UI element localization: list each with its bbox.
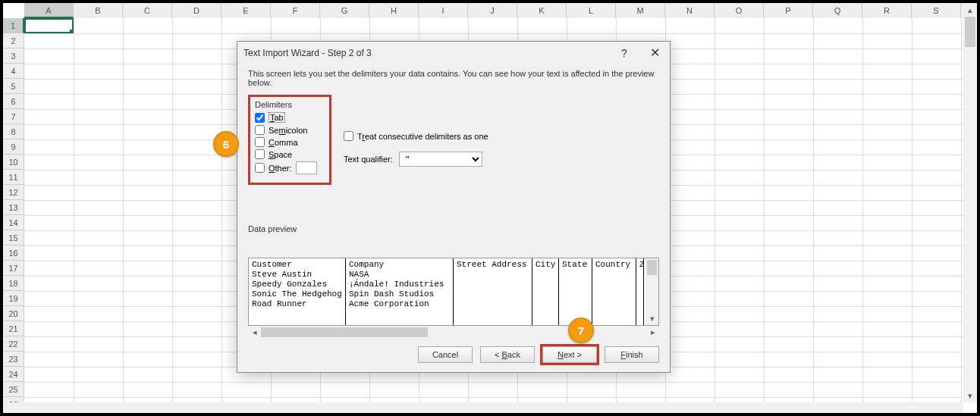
row-header[interactable]: 14 [3, 215, 24, 230]
scroll-thumb[interactable] [965, 17, 975, 47]
vertical-scrollbar[interactable]: ▴ ▾ [963, 3, 977, 402]
treat-consecutive-row[interactable]: Treat consecutive delimiters as one [344, 131, 488, 141]
col-header[interactable]: B [74, 3, 123, 18]
row-header[interactable]: 15 [3, 230, 24, 246]
space-checkbox[interactable] [255, 149, 265, 159]
other-input[interactable] [296, 161, 317, 174]
text-qualifier-label: Text qualifier: [344, 155, 393, 164]
space-checkbox-row[interactable]: Space [255, 149, 325, 159]
row-header[interactable]: 16 [3, 246, 24, 261]
semicolon-checkbox[interactable] [255, 125, 265, 135]
col-header[interactable]: S [912, 3, 961, 18]
row-header[interactable]: 8 [3, 124, 24, 139]
tab-checkbox-row[interactable]: Tab [255, 112, 325, 123]
col-header[interactable]: Q [813, 3, 862, 18]
row-header[interactable]: 18 [3, 276, 24, 291]
other-checkbox[interactable] [255, 163, 265, 173]
row-header[interactable]: 22 [3, 336, 24, 352]
row-header[interactable]: 1 [3, 18, 24, 33]
text-qualifier-row: Text qualifier: " [344, 152, 488, 167]
text-import-wizard-dialog: Text Import Wizard - Step 2 of 3 ? ✕ Thi… [237, 41, 671, 373]
dialog-description: This screen lets you set the delimiters … [248, 69, 659, 87]
tab-checkbox[interactable] [255, 113, 265, 123]
comma-checkbox-row[interactable]: Comma [255, 137, 325, 147]
col-header[interactable]: P [764, 3, 813, 18]
col-header[interactable]: D [172, 3, 221, 18]
dialog-title: Text Import Wizard - Step 2 of 3 [237, 42, 670, 64]
help-button[interactable]: ? [609, 42, 639, 64]
col-header[interactable]: G [320, 3, 369, 18]
row-header[interactable]: 21 [3, 321, 24, 336]
col-header[interactable]: M [616, 3, 665, 18]
preview-columns: CustomerSteve AustinSpeedy GonzalesSonic… [249, 258, 658, 325]
close-button[interactable]: ✕ [639, 42, 670, 64]
column-headers: ABCDEFGHIJKLMNOPQRS [24, 3, 963, 18]
col-header[interactable]: H [369, 3, 419, 18]
row-header[interactable]: 6 [3, 94, 24, 109]
row-header[interactable]: 2 [3, 33, 24, 48]
row-header[interactable]: 20 [3, 306, 24, 321]
text-qualifier-select[interactable]: " [399, 152, 482, 167]
row-header[interactable]: 24 [3, 367, 24, 382]
col-header[interactable]: R [862, 3, 912, 18]
preview-vscroll[interactable]: ▾ [645, 258, 658, 325]
row-header[interactable]: 23 [3, 352, 24, 367]
col-header[interactable]: L [567, 3, 616, 18]
row-header[interactable]: 7 [3, 109, 24, 124]
delimiters-legend: Delimiters [255, 100, 325, 109]
row-header[interactable]: 10 [3, 155, 24, 170]
col-header[interactable]: N [665, 3, 715, 18]
row-header[interactable]: 11 [3, 170, 24, 185]
row-header[interactable]: 5 [3, 79, 24, 94]
horizontal-scrollbar[interactable] [3, 402, 963, 413]
col-header[interactable]: J [468, 3, 517, 18]
scroll-down-icon[interactable]: ▾ [963, 389, 977, 402]
scroll-up-icon[interactable]: ▴ [963, 3, 977, 17]
row-header[interactable]: 19 [3, 291, 24, 306]
semicolon-checkbox-row[interactable]: Semicolon [255, 125, 325, 135]
row-header[interactable]: 13 [3, 200, 24, 215]
annotation-badge-7: 7 [568, 317, 594, 343]
row-header[interactable]: 3 [3, 48, 24, 64]
col-header[interactable]: O [715, 3, 764, 18]
col-header[interactable]: I [419, 3, 468, 18]
treat-consecutive-checkbox[interactable] [344, 131, 353, 141]
cancel-button[interactable]: Cancel [418, 346, 473, 363]
preview-hscroll[interactable]: ◂▸ [248, 326, 659, 339]
other-checkbox-row[interactable]: Other: [255, 161, 325, 174]
col-header[interactable]: C [123, 3, 172, 18]
row-header[interactable]: 17 [3, 261, 24, 276]
finish-button[interactable]: Finish [605, 346, 659, 363]
data-preview: CustomerSteve AustinSpeedy GonzalesSonic… [248, 258, 659, 326]
comma-checkbox[interactable] [255, 137, 265, 147]
row-headers: 1234567891011121314151617181920212223242… [3, 18, 24, 412]
row-header[interactable]: 12 [3, 185, 24, 200]
next-button[interactable]: Next > [542, 346, 597, 363]
col-header[interactable]: A [24, 3, 74, 18]
back-button[interactable]: < Back [480, 346, 535, 363]
col-header[interactable]: F [271, 3, 320, 18]
annotation-badge-6: 6 [213, 131, 239, 157]
row-header[interactable]: 4 [3, 64, 24, 79]
col-header[interactable]: E [221, 3, 271, 18]
delimiters-group: Delimiters Tab Semicolon Comma Space Oth… [248, 95, 331, 185]
data-preview-label: Data preview [248, 224, 659, 233]
row-header[interactable]: 25 [3, 382, 24, 397]
selected-cell[interactable] [24, 18, 74, 33]
col-header[interactable]: K [517, 3, 567, 18]
row-header[interactable]: 9 [3, 139, 24, 155]
